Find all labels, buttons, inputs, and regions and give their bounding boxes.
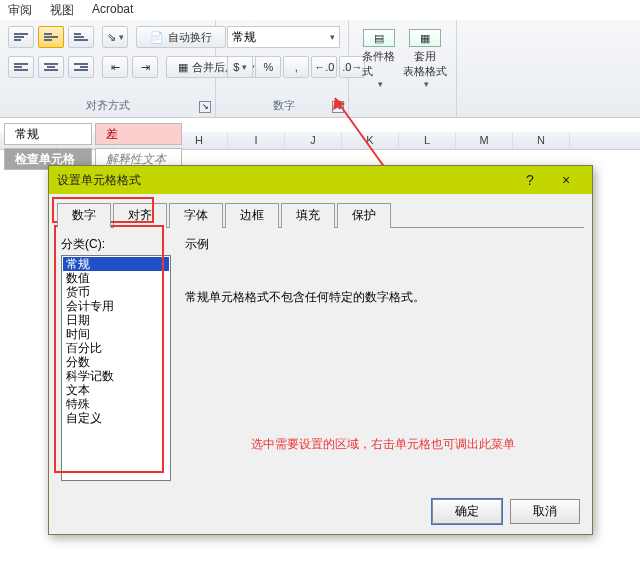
number-format-dropdown[interactable]: 常规 ▾ bbox=[227, 26, 340, 48]
dialog-title-text: 设置单元格格式 bbox=[57, 172, 141, 189]
align-center-button[interactable] bbox=[38, 56, 64, 78]
category-item[interactable]: 时间 bbox=[63, 327, 169, 341]
wrap-text-icon: 📄 bbox=[150, 31, 164, 44]
wrap-text-button[interactable]: 📄 自动换行 bbox=[136, 26, 226, 48]
align-dialog-launcher[interactable]: ↘ bbox=[199, 101, 211, 113]
col-header[interactable]: I bbox=[228, 132, 285, 149]
dialog-help-button[interactable]: ? bbox=[512, 169, 548, 191]
align-top-icon bbox=[14, 32, 28, 42]
category-item[interactable]: 文本 bbox=[63, 383, 169, 397]
ok-button[interactable]: 确定 bbox=[432, 499, 502, 524]
tab-view[interactable]: 视图 bbox=[50, 2, 74, 18]
cancel-button[interactable]: 取消 bbox=[510, 499, 580, 524]
align-left-button[interactable] bbox=[8, 56, 34, 78]
col-header[interactable]: K bbox=[342, 132, 399, 149]
percent-button[interactable]: % bbox=[255, 56, 281, 78]
group-label-number: 数字 bbox=[219, 98, 348, 113]
category-item[interactable]: 特殊 bbox=[63, 397, 169, 411]
align-right-button[interactable] bbox=[68, 56, 94, 78]
conditional-format-label: 条件格式 bbox=[362, 49, 397, 79]
chevron-down-icon: ▾ bbox=[242, 62, 247, 72]
format-description: 常规单元格格式不包含任何特定的数字格式。 bbox=[185, 289, 580, 306]
dialog-close-button[interactable]: × bbox=[548, 169, 584, 191]
increase-decimal-button[interactable]: ←.0 bbox=[311, 56, 337, 78]
format-cells-dialog: 设置单元格格式 ? × 数字 对齐 字体 边框 填充 保护 分类(C): 常规 … bbox=[48, 165, 593, 535]
dialog-tabs: 数字 对齐 字体 边框 填充 保护 bbox=[49, 194, 592, 227]
orientation-button[interactable]: ⇘▾ bbox=[102, 26, 128, 48]
tab-protect[interactable]: 保护 bbox=[337, 203, 391, 228]
align-right-icon bbox=[74, 62, 88, 72]
col-header[interactable]: L bbox=[399, 132, 456, 149]
category-list[interactable]: 常规 数值 货币 会计专用 日期 时间 百分比 分数 科学记数 文本 特殊 自定… bbox=[61, 255, 171, 481]
align-middle-button[interactable] bbox=[38, 26, 64, 48]
table-format-label: 套用 表格格式 bbox=[403, 49, 447, 79]
category-item[interactable]: 分数 bbox=[63, 355, 169, 369]
group-label-align: 对齐方式 bbox=[0, 98, 215, 113]
align-left-icon bbox=[14, 62, 28, 72]
align-bottom-icon bbox=[74, 32, 88, 42]
conditional-format-icon: ▤ bbox=[363, 29, 395, 47]
col-header[interactable]: N bbox=[513, 132, 570, 149]
align-middle-icon bbox=[44, 32, 58, 42]
tab-number[interactable]: 数字 bbox=[57, 203, 111, 228]
table-format-button[interactable]: ▦ 套用 表格格式 ▾ bbox=[402, 24, 448, 90]
cell-style-normal[interactable]: 常规 bbox=[4, 123, 92, 145]
category-item[interactable]: 科学记数 bbox=[63, 369, 169, 383]
cell-style-bad[interactable]: 差 bbox=[95, 123, 183, 145]
number-dialog-launcher[interactable]: ↘ bbox=[332, 101, 344, 113]
align-top-button[interactable] bbox=[8, 26, 34, 48]
category-label: 分类(C): bbox=[61, 236, 171, 253]
sample-label: 示例 bbox=[185, 236, 580, 253]
col-header[interactable]: J bbox=[285, 132, 342, 149]
tab-border[interactable]: 边框 bbox=[225, 203, 279, 228]
category-item[interactable]: 自定义 bbox=[63, 411, 169, 425]
chevron-down-icon: ▾ bbox=[424, 79, 429, 89]
tab-font[interactable]: 字体 bbox=[169, 203, 223, 228]
col-header[interactable]: M bbox=[456, 132, 513, 149]
increase-indent-button[interactable]: ⇥ bbox=[132, 56, 158, 78]
tab-fill[interactable]: 填充 bbox=[281, 203, 335, 228]
chevron-down-icon: ▾ bbox=[378, 79, 383, 89]
wrap-text-label: 自动换行 bbox=[168, 30, 212, 45]
align-bottom-button[interactable] bbox=[68, 26, 94, 48]
category-item[interactable]: 百分比 bbox=[63, 341, 169, 355]
tab-review[interactable]: 审阅 bbox=[8, 2, 32, 18]
category-item[interactable]: 货币 bbox=[63, 285, 169, 299]
ribbon: ⇘▾ 📄 自动换行 ⇤ ⇥ ▦ 合并后居中 ▾ 对齐方式 ↘ bbox=[0, 20, 640, 118]
category-item[interactable]: 日期 bbox=[63, 313, 169, 327]
conditional-format-button[interactable]: ▤ 条件格式 ▾ bbox=[361, 24, 398, 90]
annotation-note: 选中需要设置的区域，右击单元格也可调出此菜单 bbox=[185, 436, 580, 453]
tab-acrobat[interactable]: Acrobat bbox=[92, 2, 133, 18]
category-item[interactable]: 常规 bbox=[63, 257, 169, 271]
merge-icon: ▦ bbox=[178, 61, 188, 74]
category-item[interactable]: 数值 bbox=[63, 271, 169, 285]
sample-box bbox=[185, 259, 580, 275]
align-center-icon bbox=[44, 62, 58, 72]
category-item[interactable]: 会计专用 bbox=[63, 299, 169, 313]
table-format-icon: ▦ bbox=[409, 29, 441, 47]
tab-align[interactable]: 对齐 bbox=[113, 203, 167, 228]
chevron-down-icon: ▾ bbox=[119, 32, 124, 42]
comma-button[interactable]: , bbox=[283, 56, 309, 78]
number-format-value: 常规 bbox=[232, 29, 256, 46]
currency-icon: $ bbox=[233, 61, 239, 73]
dialog-titlebar[interactable]: 设置单元格格式 ? × bbox=[49, 166, 592, 194]
currency-button[interactable]: $▾ bbox=[227, 56, 253, 78]
chevron-down-icon: ▾ bbox=[330, 32, 335, 42]
decrease-indent-button[interactable]: ⇤ bbox=[102, 56, 128, 78]
